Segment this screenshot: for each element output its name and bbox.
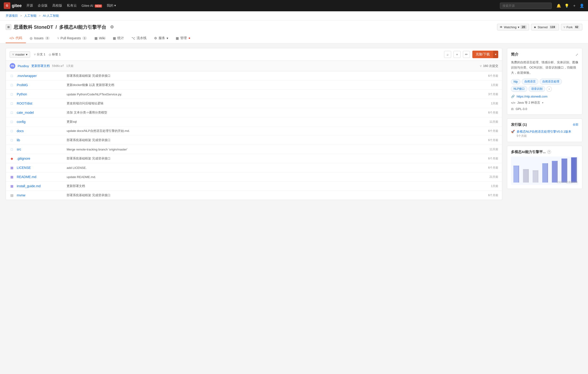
svg-rect-5 [528, 169, 529, 183]
tab-pull-requests[interactable]: ⑂ Pull Requests 1 [53, 34, 91, 43]
breadcrumb-open-source[interactable]: 开源项目 [6, 14, 18, 17]
file-name[interactable]: .gitignore [17, 157, 64, 160]
file-commit: Merge remote-tracking branch 'origin/mas… [67, 148, 477, 151]
file-name[interactable]: config [17, 120, 64, 124]
commit-time: 1天前 [66, 64, 74, 68]
file-name[interactable]: .mvn/wrapper [17, 74, 64, 78]
file-name[interactable]: mvnw [17, 193, 64, 197]
fork-button[interactable]: ⑂ Fork 62 [561, 24, 582, 30]
file-name[interactable]: src [17, 147, 64, 151]
services-icon: ⚙ [154, 36, 157, 40]
nav-open-source[interactable]: 开源 [26, 3, 33, 8]
nav-gitee-ai[interactable]: Gitee AI NEW [82, 4, 102, 8]
table-row[interactable]: ▦ README.md update README.md. 21天前 [6, 172, 502, 182]
breadcrumb-ai-detail[interactable]: AI-人工智能 [43, 14, 59, 17]
folder-icon: □ [10, 74, 14, 78]
file-name[interactable]: lib [17, 138, 64, 142]
commit-message[interactable]: 更新部署文档 [31, 64, 50, 68]
fork-count: 62 [574, 25, 580, 29]
nav-mine[interactable]: 我的 ▾ [107, 3, 116, 8]
tab-issues[interactable]: ◎ Issues 3 [26, 34, 53, 43]
search-input[interactable] [500, 3, 552, 9]
tab-stats[interactable]: ▦ 统计 [109, 34, 128, 43]
add-file-button[interactable]: + [453, 51, 461, 58]
file-name[interactable]: docs [17, 129, 64, 133]
release-all-link[interactable]: 全部 [573, 123, 578, 127]
table-row[interactable]: □ lib 部署系统基础框架 完成登录接口 6个月前 [6, 136, 502, 145]
file-time: 3个月前 [479, 92, 498, 96]
nav-private-cloud[interactable]: 私有云 [67, 3, 77, 8]
site-logo[interactable]: G gitee [4, 2, 22, 9]
file-name[interactable]: LICENSE [17, 166, 64, 170]
file-name[interactable]: ProlMG [17, 83, 64, 87]
table-row[interactable]: □ Python update Python/Code/NLPTextServi… [6, 90, 502, 99]
file-time: 1天前 [479, 184, 498, 188]
tag-nlp-api[interactable]: NLP接口 [511, 86, 527, 92]
table-row[interactable]: □ cate_model 添加 文本分类->通用分类模型 6个月前 [6, 108, 502, 117]
services-arrow: ▾ [167, 36, 168, 40]
nav-university[interactable]: 高校版 [52, 3, 62, 8]
file-name[interactable]: Python [17, 92, 64, 96]
tag-voice[interactable]: 语音识别 [529, 86, 545, 92]
table-row[interactable]: ◆ .gitignore 部署系统基础框架 完成登录接口 6个月前 [6, 154, 502, 163]
tags-count[interactable]: ◇ 标签 1 [49, 52, 61, 57]
add-icon[interactable]: ＋ [572, 3, 576, 8]
table-row[interactable]: □ ROOT/dist 更改前端访问后端地址逻辑 1天前 [6, 99, 502, 108]
discover-icon[interactable]: 💡 [565, 3, 569, 8]
branches-count[interactable]: ⑂ 分支 1 [34, 52, 45, 57]
repo-title: ⊞ 思通数科 StoneDT / 多模态AI能力引擎平台 ⚙ [6, 24, 114, 30]
breadcrumb-ai[interactable]: 人工智能 [24, 14, 37, 17]
tab-wiki[interactable]: ▦ Wiki [91, 34, 109, 43]
table-row[interactable]: ▦ LICENSE add LICENSE. 6个月前 [6, 163, 502, 172]
language-dropdown-icon[interactable]: ▾ [542, 101, 544, 104]
notification-icon[interactable]: 🔔 [556, 3, 561, 8]
tab-services[interactable]: ⚙ 服务 ▾ [150, 34, 172, 43]
tag-nlang[interactable]: 自然语言 [522, 79, 538, 84]
tag-nlp[interactable]: Nlp [511, 79, 520, 84]
table-row[interactable]: □ src Merge remote-tracking branch 'orig… [6, 145, 502, 154]
table-row[interactable]: □ .mvn/wrapper 部署系统基础框架 完成登录接口 6个月前 [6, 71, 502, 81]
scale-icon: ⚖ [511, 107, 514, 111]
tab-admin[interactable]: ▦ 管理 [172, 34, 194, 43]
repo-website-link[interactable]: 🔗 https://nlp.stonedt.com [511, 95, 578, 98]
author-avatar[interactable]: PB [10, 63, 15, 69]
svg-rect-12 [552, 161, 557, 183]
table-row[interactable]: □ docs update docs/NLP自然语言处理引擎的开始.md. 6个… [6, 126, 502, 136]
repo-owner[interactable]: 思通数科 StoneDT [14, 24, 53, 30]
add-tag-button[interactable]: + [546, 86, 552, 92]
table-row[interactable]: □ ProlMG 更新docker镜像 以及 更新部署文档 1天前 [6, 81, 502, 90]
file-name[interactable]: install_guide.md [17, 184, 64, 188]
star-icon: ★ [534, 25, 536, 29]
commit-count[interactable]: 160 次提交 [483, 64, 498, 68]
pr-badge: 1 [82, 37, 87, 40]
table-row[interactable]: ▦ install_guide.md 更新部署文档 1天前 [6, 182, 502, 191]
table-row[interactable]: □ config 更新sql 11天前 [6, 117, 502, 126]
tab-code[interactable]: </> 代码 [6, 34, 26, 43]
file-name[interactable]: README.md [17, 175, 64, 179]
file-name[interactable]: ROOT/dist [17, 102, 64, 105]
tag-nlp-processing[interactable]: 自然语言处理 [540, 79, 562, 84]
file-time: 6个月前 [479, 157, 498, 161]
tab-pipeline[interactable]: ⌥ 流水线 [128, 34, 150, 43]
search-files-button[interactable]: ⌕ [444, 51, 451, 58]
expand-icon[interactable]: ⤢ [576, 53, 578, 57]
commit-author[interactable]: PlusBoy [18, 64, 29, 68]
folder-icon: □ [10, 138, 14, 142]
user-avatar-icon[interactable]: 👤 [579, 3, 584, 8]
release-name[interactable]: 多模态NLP自然语言处理引擎V0.0.1版本 [517, 129, 571, 134]
svg-rect-6 [533, 171, 537, 183]
commit-hash[interactable]: 59d6caf [52, 64, 64, 68]
watch-button[interactable]: 👁 Watching ▾ 20 [497, 24, 529, 30]
file-name[interactable]: cate_model [17, 111, 64, 114]
clone-dropdown-button[interactable]: ▾ [493, 51, 498, 58]
nav-enterprise[interactable]: 企业版 [38, 3, 48, 8]
repo-name[interactable]: 多模态AI能力引擎平台 [59, 24, 106, 30]
star-button[interactable]: ★ Starred 119 [531, 24, 559, 30]
table-row[interactable]: ▤ mvnw 部署系统基础框架 完成登录接口 6个月前 [6, 191, 502, 200]
repo-settings-icon[interactable]: ⚙ [110, 24, 114, 30]
chart-help-icon[interactable]: ? [547, 150, 551, 154]
plus-icon: + [456, 52, 458, 56]
clone-button[interactable]: 克隆/下载 [472, 51, 493, 58]
edit-button[interactable]: ✏ [463, 51, 470, 58]
branch-selector[interactable]: ⑂ master ▾ [10, 51, 30, 58]
